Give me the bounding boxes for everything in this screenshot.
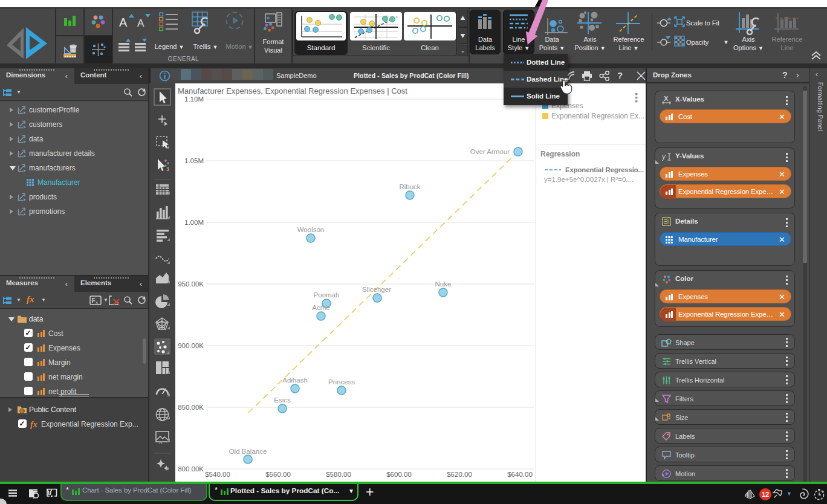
- svg-text:1.00M: 1.00M: [184, 219, 204, 226]
- svg-text:F: F: [92, 297, 96, 304]
- svg-text:Manufacturer Expenses, Exponen: Manufacturer Expenses, Exponential Regre…: [178, 86, 407, 95]
- svg-text:‹›: ‹›: [159, 441, 163, 446]
- svg-text:$580.00: $580.00: [326, 471, 351, 478]
- svg-text:Ribuck: Ribuck: [399, 183, 420, 190]
- svg-text:»: »: [267, 15, 270, 21]
- svg-text:Esics: Esics: [274, 396, 291, 404]
- svg-text:Exponential Regressio...: Exponential Regressio...: [565, 166, 644, 173]
- svg-text:$540.00: $540.00: [205, 471, 230, 478]
- svg-text:800.00K: 800.00K: [178, 465, 204, 473]
- svg-text:$640.00: $640.00: [507, 471, 533, 478]
- svg-text:Acme: Acme: [312, 304, 329, 311]
- svg-text:900.00K: 900.00K: [178, 342, 204, 349]
- svg-text:y: y: [662, 152, 666, 161]
- svg-text:x: x: [96, 300, 98, 305]
- svg-text:Princess: Princess: [328, 378, 355, 386]
- svg-text:Nuke: Nuke: [435, 280, 452, 288]
- svg-text:A: A: [137, 18, 144, 29]
- svg-text:$600.00: $600.00: [386, 471, 412, 478]
- svg-text:$560.00: $560.00: [265, 471, 291, 478]
- svg-text:Woolson: Woolson: [297, 226, 325, 233]
- svg-text:Adihash: Adihash: [282, 376, 308, 384]
- svg-text:1.05M: 1.05M: [184, 157, 204, 164]
- svg-text:Old Balance: Old Balance: [229, 448, 267, 455]
- svg-text:y=1.9e+5e^0.0027x | R²=0....: y=1.9e+5e^0.0027x | R²=0....: [544, 176, 634, 183]
- svg-text:950.00K: 950.00K: [178, 280, 204, 288]
- svg-text:X: X: [664, 95, 669, 102]
- svg-text:Poomah: Poomah: [314, 291, 340, 299]
- svg-text:A: A: [119, 16, 128, 29]
- svg-text:Regression: Regression: [540, 150, 580, 158]
- svg-text:Slicenger: Slicenger: [362, 286, 391, 293]
- svg-text:850.00K: 850.00K: [178, 404, 204, 411]
- svg-text:Exponential Regression Ex...: Exponential Regression Ex...: [551, 112, 644, 120]
- svg-text:$620.00: $620.00: [447, 471, 472, 478]
- svg-text:Over Armour: Over Armour: [470, 148, 510, 155]
- svg-text:1.10M: 1.10M: [184, 95, 204, 103]
